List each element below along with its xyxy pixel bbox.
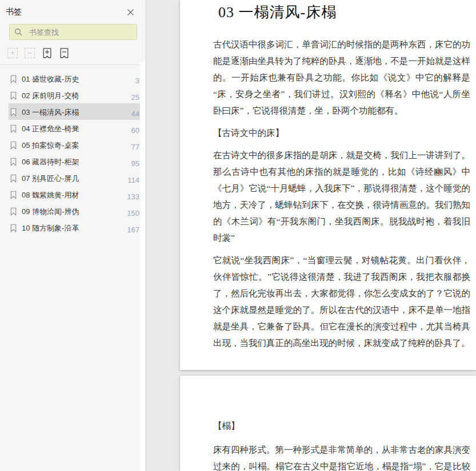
bookmark-item[interactable]: 07 别具匠心-屏几114 [9,170,141,186]
close-icon[interactable] [126,7,135,17]
document-view: 03 一榻清风-床榻古代汉语中很多词汇，单音词汇的时候指的是两种东西，床它的功能… [146,0,476,471]
add-bookmark-icon[interactable] [41,47,53,59]
bookmark-page-number: 25 [131,93,141,102]
bookmark-label: 08 魏紫姚黄-用材 [22,190,79,200]
bookmark-search-box [9,24,137,40]
bookmark-page-number: 167 [127,226,141,234]
collapse-all-icon[interactable]: − [24,47,35,59]
bookmark-label: 06 藏器待时-柜架 [22,157,79,167]
scrollbar-track[interactable] [140,62,145,471]
bookmark-item[interactable]: 04 正襟危坐-椅凳60 [9,120,141,136]
section-header: 【古诗文中的床】 [213,124,470,141]
bookmark-page-number: 133 [127,192,141,201]
remove-bookmark-icon[interactable] [58,47,70,59]
bookmark-icon [10,174,17,183]
bookmark-page-number: 44 [131,110,141,118]
bookmark-icon [10,141,17,150]
bookmark-label: 04 正襟危坐-椅凳 [22,124,79,134]
paragraph: 古代汉语中很多词汇，单音词汇的时候指的是两种东西，床它的功能是逐渐由坐具转为了纯… [213,36,470,119]
bookmark-page-number: 77 [131,143,141,151]
document-page-2: 【榻】床有四种形式。第一种形式是非常简单的，从非常古老的家具演变过来的，叫榻。榻… [180,376,476,471]
bookmark-item[interactable]: 09 博物洽闻-辨伪150 [9,203,141,219]
paragraph: 床有四种形式。第一种形式是非常简单的，从非常古老的家具演变过来的，叫榻。榻它在古… [213,441,470,471]
bookmark-icon [10,224,17,232]
expand-all-icon[interactable]: + [7,47,18,59]
bookmark-icon [10,158,17,166]
paragraph: 它就说“坐我西阁床”，“当窗理云鬓，对镜帖花黄。出门看伙伴，伙伴皆惊忙。”它说得… [213,252,470,351]
bookmark-label: 02 床前明月-交椅 [22,91,79,101]
bookmark-toolbar: + − [0,40,146,65]
bookmark-icon [10,75,17,83]
bookmark-icon [10,91,17,100]
bookmark-page-number: 95 [131,159,141,168]
bookmark-page-number: 150 [127,209,141,218]
bookmark-icon [10,124,17,133]
bookmark-label: 10 随方制象-沿革 [22,223,79,234]
bookmark-label: 01 盛世收藏-历史 [22,74,79,84]
bookmark-icon [10,207,17,216]
panel-title: 书签 [6,7,22,17]
bookmark-page-number: 114 [127,176,141,184]
bookmark-label: 09 博物洽闻-辨伪 [22,207,79,217]
section-header: 【榻】 [213,417,470,434]
bookmark-icon [10,191,17,199]
bookmark-icon [10,108,17,116]
search-input[interactable] [28,27,132,37]
document-page-1: 03 一榻清风-床榻古代汉语中很多词汇，单音词汇的时候指的是两种东西，床它的功能… [180,0,476,370]
bookmark-label: 05 拍案惊奇-桌案 [22,140,79,151]
panel-header: 书签 [0,0,146,19]
bookmark-item[interactable]: 02 床前明月-交椅25 [9,87,141,103]
paragraph: 在古诗文中的很多床指的是胡床，就是交椅，我们上一讲讲到了。那么古诗中也有其他的床… [213,147,470,246]
bookmark-page-number: 60 [131,126,141,135]
ebook-reader-window: 书签 + − [0,0,476,471]
bookmark-item[interactable]: 08 魏紫姚黄-用材133 [9,186,141,203]
bookmark-label: 07 别具匠心-屏几 [22,174,79,184]
bookmarks-panel: 书签 + − [0,0,146,471]
chapter-title: 03 一榻清风-床榻 [213,0,470,22]
bookmark-list: 01 盛世收藏-历史302 床前明月-交椅2503 一榻清风-床榻4404 正襟… [0,65,146,236]
bookmark-item[interactable]: 05 拍案惊奇-桌案77 [9,136,141,153]
bookmark-item[interactable]: 03 一榻清风-床榻44 [9,103,141,120]
bookmark-item[interactable]: 06 藏器待时-柜架95 [9,153,141,170]
search-icon [14,28,23,37]
bookmark-item[interactable]: 10 随方制象-沿革167 [9,219,141,236]
bookmark-item[interactable]: 01 盛世收藏-历史3 [9,70,141,87]
bookmark-label: 03 一榻清风-床榻 [22,107,79,118]
